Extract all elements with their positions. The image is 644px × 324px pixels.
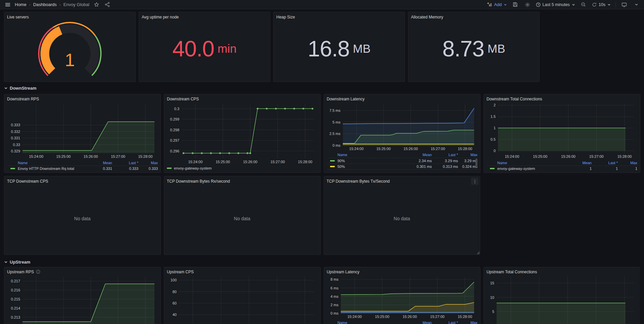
panel-avg-uptime: Avg uptime per node 40.0min	[139, 12, 270, 82]
svg-text:15:24:00: 15:24:00	[505, 154, 519, 158]
stats-row: Live servers 1 Avg uptime per node 40.0m…	[4, 12, 640, 82]
svg-text:0.217: 0.217	[11, 279, 20, 283]
add-button[interactable]: Add	[487, 2, 507, 7]
legend-swatch	[10, 168, 15, 169]
section-header-upstream[interactable]: UpStream	[4, 259, 640, 265]
panel-downstream-total-connections: Downstream Total Connections 15:24:0015:…	[484, 94, 640, 173]
stat-value-uptime: 40.0min	[142, 17, 267, 80]
panel-resize-handle[interactable]	[476, 251, 479, 254]
svg-text:15:25:00: 15:25:00	[56, 154, 71, 158]
panel-title[interactable]: Upstream Total Connections	[487, 269, 637, 275]
panel-title[interactable]: Downstream Latency	[327, 96, 477, 102]
svg-text:15:28:00: 15:28:00	[458, 147, 472, 151]
time-range-picker[interactable]: Last 5 minutes	[536, 2, 575, 7]
legend-header: NameMeanLast *Max	[327, 152, 477, 158]
save-dashboard-icon[interactable]	[512, 1, 519, 8]
kiosk-tv-icon[interactable]	[620, 1, 628, 8]
upstream-cps-chart[interactable]: 15:24:0015:25:0015:26:0015:27:0015:28:00…	[167, 275, 318, 324]
hamburger-menu-icon[interactable]	[4, 1, 11, 8]
panel-downstream-cps: Downstream CPS 15:24:0015:25:0015:26:001…	[164, 94, 321, 173]
svg-text:15:25:00: 15:25:00	[376, 147, 391, 151]
legend-item[interactable]: envoy-gateway-system	[167, 165, 318, 171]
legend-row[interactable]: Envoy HTTP Downstream Rq total0.3310.333…	[7, 166, 158, 171]
panel-title[interactable]: Upstream Latency	[327, 269, 477, 275]
breadcrumb-home[interactable]: Home	[15, 2, 27, 7]
svg-text:15:27:00: 15:27:00	[111, 154, 125, 158]
legend-row[interactable]: 50%0.301 ms0.313 ms0.324 ms	[327, 164, 477, 169]
panel-title[interactable]: Downstream RPS	[7, 96, 158, 102]
legend-row[interactable]: 99%4.89 ms8 ms8 ms	[327, 169, 477, 171]
panel-upstream-latency: Upstream Latency 15:24:0015:25:0015:26:0…	[324, 267, 480, 324]
svg-text:10: 10	[490, 295, 494, 299]
legend-header: NameMeanLast *Max	[7, 160, 158, 166]
panel-title[interactable]: TCP Downstream CPS	[7, 178, 158, 184]
svg-text:15:25:00: 15:25:00	[375, 315, 389, 319]
svg-text:0.297: 0.297	[170, 138, 179, 142]
svg-text:15:25:00: 15:25:00	[533, 154, 547, 158]
panel-downstream-latency: Downstream Latency 15:24:0015:25:0015:26…	[324, 94, 480, 173]
panel-title[interactable]: TCP Downstream Bytes Tx/Second	[327, 178, 477, 184]
svg-text:1.5: 1.5	[491, 115, 496, 119]
legend-scrollbar[interactable]	[475, 158, 477, 167]
svg-text:1: 1	[65, 50, 75, 70]
section-header-downstream[interactable]: DownStream	[4, 85, 640, 91]
refresh-picker[interactable]: 10s	[592, 2, 611, 7]
downstream-latency-chart[interactable]: 15:24:0015:25:0015:26:0015:27:0015:28:00…	[327, 102, 477, 152]
svg-text:15:26:00: 15:26:00	[404, 147, 418, 151]
panel-allocated-memory: Allocated Memory 8.73MB	[408, 12, 540, 82]
panel-title[interactable]: Live servers	[7, 14, 133, 20]
panel-title[interactable]: Downstream CPS	[167, 96, 318, 102]
timeseries-svg: 15:24:0015:25:0015:26:0015:27:0015:28:00…	[327, 102, 477, 152]
panel-heap-size: Heap Size 16.8MB	[273, 12, 405, 82]
svg-text:15:27:00: 15:27:00	[589, 154, 604, 158]
svg-text:0.298: 0.298	[170, 128, 179, 132]
upstream-latency-chart[interactable]: 15:24:0015:25:0015:26:0015:27:0015:28:00…	[327, 275, 477, 320]
panel-tcp-downstream-bytes-rx: TCP Downstream Bytes Rx/second No data	[164, 176, 321, 255]
panel-title[interactable]: TCP Downstream Bytes Rx/second	[167, 178, 318, 184]
share-icon[interactable]	[103, 1, 111, 8]
panel-title[interactable]: Upstream RPS	[7, 269, 158, 275]
svg-text:15:24:00: 15:24:00	[188, 160, 202, 164]
nav-right-toolbar: Add Last 5 minutes 10s	[487, 1, 640, 8]
chevron-down-icon	[504, 3, 507, 6]
toolbar-divider	[615, 2, 616, 7]
legend-swatch	[490, 168, 495, 169]
dashboard-settings-gear-icon[interactable]	[524, 1, 531, 8]
svg-text:0: 0	[494, 149, 496, 153]
svg-text:2.5 ms: 2.5 ms	[329, 132, 341, 136]
downstream-cps-chart[interactable]: 15:24:0015:25:0015:26:0015:27:0015:28:00…	[167, 102, 318, 165]
legend-header: NameMeanLast *Max	[487, 160, 637, 166]
panel-title[interactable]: Downstream Total Connections	[487, 96, 637, 102]
svg-text:0.3: 0.3	[174, 107, 179, 111]
tcp-row: TCP Downstream CPS No data TCP Downstrea…	[4, 176, 640, 255]
svg-text:0.299: 0.299	[170, 117, 179, 121]
no-data-message: No data	[167, 184, 318, 253]
breadcrumb-current: Envoy Global	[63, 2, 89, 7]
svg-text:80: 80	[173, 290, 177, 294]
legend-row[interactable]: envoy-gateway-system111	[487, 166, 637, 171]
svg-text:40: 40	[173, 313, 177, 317]
favorite-star-icon[interactable]	[93, 1, 100, 8]
upstream-rps-chart[interactable]: 15:24:0015:25:0015:26:0015:27:0015:28:00…	[7, 275, 158, 324]
svg-text:0.333: 0.333	[11, 123, 20, 127]
zoom-out-time-icon[interactable]	[580, 1, 587, 8]
svg-text:7.5 ms: 7.5 ms	[329, 108, 341, 112]
svg-text:8 ms: 8 ms	[330, 277, 338, 281]
toolbar-more-chevron-icon[interactable]	[633, 1, 640, 8]
downstream-connections-chart[interactable]: 15:24:0015:25:0015:26:0015:27:0015:28:00…	[487, 102, 637, 160]
no-data-message: No data	[7, 184, 158, 253]
breadcrumb-dashboards[interactable]: Dashboards	[33, 2, 57, 7]
panel-menu-kebab-icon[interactable]: ⋮	[471, 178, 478, 185]
live-servers-gauge[interactable]: 1	[7, 20, 133, 80]
panel-upstream-total-connections: Upstream Total Connections 15:24:0015:25…	[484, 267, 640, 324]
panel-tcp-downstream-bytes-tx: TCP Downstream Bytes Tx/Second ⋮ No data	[324, 176, 480, 255]
downstream-connections-legend: NameMeanLast *Maxenvoy-gateway-system111	[487, 160, 637, 171]
legend-swatch	[167, 168, 172, 169]
chevron-down-icon	[4, 260, 8, 264]
svg-text:0.213: 0.213	[11, 315, 20, 319]
panel-title[interactable]: Upstream CPS	[167, 269, 318, 275]
upstream-connections-chart[interactable]: 15:24:0015:25:0015:26:0015:27:0015:28:00…	[487, 275, 637, 324]
legend-row[interactable]: 90%2.34 ms3.29 ms3.29 ms	[327, 158, 477, 164]
dashboard-canvas: Live servers 1 Avg uptime per node 40.0m…	[0, 9, 644, 324]
downstream-rps-chart[interactable]: 15:24:0015:25:0015:26:0015:27:0015:28:00…	[7, 102, 158, 160]
